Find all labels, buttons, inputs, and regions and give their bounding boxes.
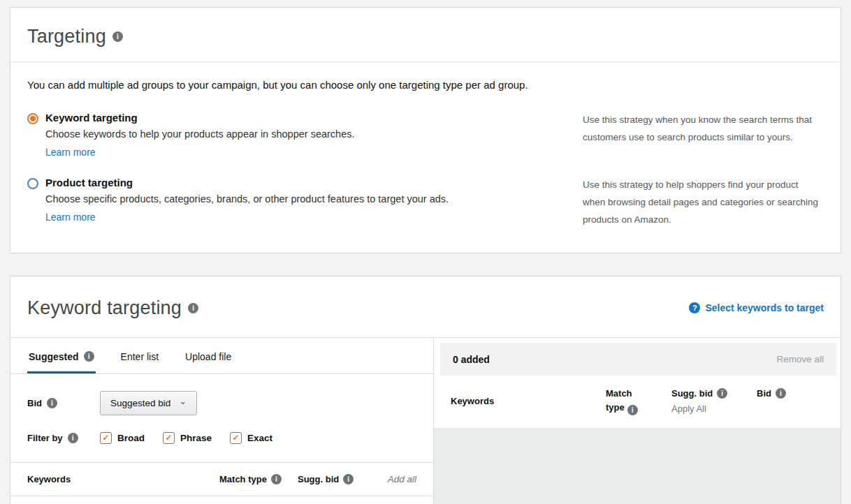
keyword-targeting-title: Keyword targeting (27, 297, 182, 319)
filter-by-label: Filter by i (27, 433, 100, 443)
column-match-type: Match typei (606, 387, 650, 415)
info-icon[interactable]: i (112, 31, 123, 42)
tab-label: Suggested (29, 351, 79, 362)
info-icon[interactable]: i (343, 474, 354, 484)
checkbox-check-icon: ✓ (230, 432, 242, 444)
targeting-intro-text: You can add multiple ad groups to your c… (27, 79, 824, 91)
suggested-keywords-table-header: Keywords Match type i Sugg. bid i Add al… (10, 462, 433, 496)
learn-more-link[interactable]: Learn more (45, 147, 96, 158)
targeting-card-header: Targeting i (10, 8, 841, 62)
bid-row: Bid i Suggested bid ⌄ (27, 391, 416, 415)
column-keywords: Keywords (27, 474, 219, 484)
option-label: Product targeting (45, 177, 562, 188)
targeting-card-body: You can add multiple ad groups to your c… (10, 62, 841, 253)
select-keywords-label: Select keywords to target (705, 302, 824, 313)
keyword-targeting-card: Keyword targeting i ? Select keywords to… (10, 276, 841, 504)
filter-by-label-text: Filter by (27, 433, 63, 443)
tab-enter-list[interactable]: Enter list (119, 338, 160, 373)
added-count: 0 added (453, 354, 490, 365)
phrase-checkbox[interactable]: ✓ Phrase (163, 432, 212, 444)
targeting-card: Targeting i You can add multiple ad grou… (10, 7, 841, 253)
add-all-link[interactable]: Add all (373, 474, 416, 484)
remove-all-link[interactable]: Remove all (776, 354, 824, 364)
option-help-text: Use this strategy when you know the sear… (583, 112, 824, 147)
product-targeting-option: Product targeting Choose specific produc… (27, 177, 824, 229)
checkbox-label: Broad (117, 433, 145, 443)
product-targeting-radio[interactable] (27, 178, 38, 189)
info-icon[interactable]: i (776, 388, 786, 399)
info-icon[interactable]: i (627, 405, 638, 415)
checkbox-check-icon: ✓ (163, 432, 175, 444)
column-keywords: Keywords (451, 396, 606, 406)
checkbox-label: Exact (247, 433, 272, 443)
bid-label-text: Bid (27, 398, 42, 408)
apply-all-link[interactable]: Apply All (671, 403, 757, 414)
column-match-type: Match type i (219, 474, 298, 484)
tab-upload-file[interactable]: Upload file (184, 338, 233, 373)
info-icon[interactable]: i (271, 474, 282, 484)
bid-type-dropdown[interactable]: Suggested bid ⌄ (100, 391, 197, 415)
keyword-targeting-option: Keyword targeting Choose keywords to hel… (27, 112, 824, 158)
added-keywords-pane: 0 added Remove all Keywords Match typei … (434, 338, 841, 504)
added-keywords-bar: 0 added Remove all (440, 343, 836, 376)
exact-checkbox[interactable]: ✓ Exact (230, 432, 272, 444)
keyword-card-header: Keyword targeting i ? Select keywords to… (10, 276, 841, 338)
keyword-suggestions-pane: Suggested i Enter list Upload file Bid (10, 338, 434, 504)
option-text-block: Product targeting Choose specific produc… (45, 177, 583, 223)
keyword-targeting-radio[interactable] (27, 113, 38, 124)
option-label: Keyword targeting (45, 112, 562, 124)
option-text-block: Keyword targeting Choose keywords to hel… (45, 112, 583, 158)
keyword-tabs: Suggested i Enter list Upload file (10, 338, 433, 374)
tab-label: Upload file (185, 351, 231, 362)
keyword-controls: Bid i Suggested bid ⌄ Filter by i (10, 374, 433, 462)
column-sugg-bid-label: Sugg. bid (671, 388, 713, 399)
select-keywords-link[interactable]: ? Select keywords to target (689, 302, 824, 313)
keyword-card-title-wrap: Keyword targeting i (27, 297, 198, 319)
option-description: Choose keywords to help your products ap… (45, 128, 562, 140)
column-sugg-bid-label: Sugg. bid (298, 474, 339, 484)
info-icon[interactable]: i (84, 351, 94, 362)
column-match-type-label: Match type (219, 474, 267, 484)
checkbox-label: Phrase (180, 433, 212, 443)
info-icon[interactable]: i (68, 433, 78, 443)
added-keywords-table-header: Keywords Match typei Sugg. bid i Apply A… (434, 376, 841, 428)
chevron-down-icon: ⌄ (179, 399, 187, 403)
tab-label: Enter list (121, 351, 159, 362)
keyword-card-body: Suggested i Enter list Upload file Bid (10, 338, 841, 504)
column-sugg-bid: Sugg. bid i (298, 474, 373, 484)
info-icon[interactable]: i (47, 398, 57, 408)
bid-type-value: Suggested bid (110, 398, 170, 408)
column-bid: Bid i (757, 388, 824, 399)
option-description: Choose specific products, categories, br… (45, 193, 562, 205)
bid-label: Bid i (27, 398, 100, 408)
help-icon: ? (689, 302, 700, 313)
info-icon[interactable]: i (188, 303, 198, 313)
added-keywords-empty-area (434, 428, 841, 504)
learn-more-link[interactable]: Learn more (45, 212, 96, 223)
column-sugg-bid: Sugg. bid i Apply All (671, 388, 757, 414)
option-help-text: Use this strategy to help shoppers find … (583, 177, 824, 229)
page: Targeting i You can add multiple ad grou… (0, 0, 851, 504)
column-bid-label: Bid (757, 388, 771, 399)
info-icon[interactable]: i (717, 388, 727, 399)
targeting-title: Targeting (27, 26, 106, 47)
column-sugg-bid-top: Sugg. bid i (671, 388, 727, 399)
broad-checkbox[interactable]: ✓ Broad (100, 432, 145, 444)
filter-row: Filter by i ✓ Broad ✓ Phrase ✓ (27, 432, 416, 444)
tab-suggested[interactable]: Suggested i (27, 338, 96, 373)
checkbox-check-icon: ✓ (100, 432, 112, 444)
